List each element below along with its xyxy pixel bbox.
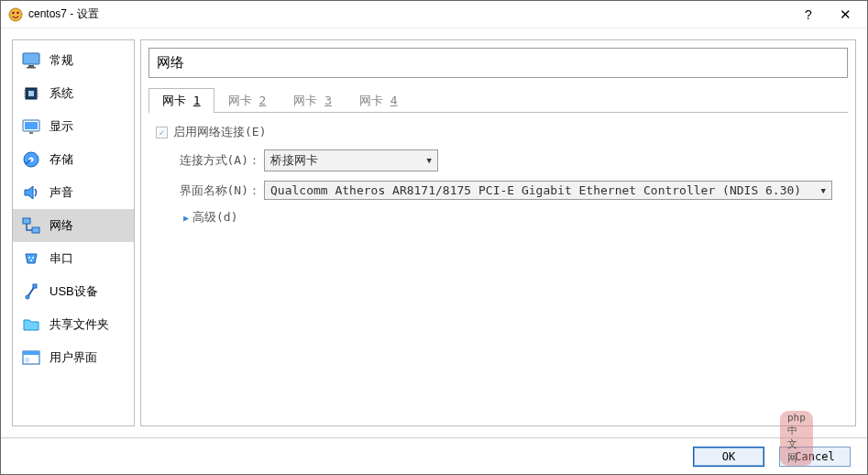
sidebar-item-label: USB设备 bbox=[49, 283, 98, 300]
display-icon bbox=[22, 118, 40, 135]
svg-rect-7 bbox=[28, 91, 34, 96]
sidebar-item-label: 存储 bbox=[49, 151, 73, 168]
svg-point-1 bbox=[12, 11, 14, 13]
name-row: 界面名称(N)： Qualcomm Atheros AR8171/8175 PC… bbox=[169, 181, 841, 200]
svg-point-2 bbox=[16, 11, 18, 13]
tab-adapter-2[interactable]: 网卡 2 bbox=[214, 88, 280, 113]
svg-point-22 bbox=[32, 257, 34, 259]
sidebar-item-user-interface[interactable]: 用户界面 bbox=[13, 341, 134, 374]
svg-rect-3 bbox=[23, 53, 39, 64]
svg-rect-19 bbox=[23, 218, 30, 224]
svg-point-24 bbox=[26, 295, 29, 299]
sidebar-item-audio[interactable]: 声音 bbox=[13, 176, 134, 209]
help-button[interactable]: ? bbox=[790, 7, 827, 22]
titlebar: centos7 - 设置 ? ✕ bbox=[1, 1, 867, 28]
sidebar-item-usb[interactable]: USB设备 bbox=[13, 275, 134, 308]
sidebar-item-label: 系统 bbox=[49, 85, 73, 102]
monitor-icon bbox=[22, 52, 40, 69]
name-dropdown[interactable]: Qualcomm Atheros AR8171/8175 PCI-E Gigab… bbox=[264, 181, 832, 200]
adapter-tab-body: ✓ 启用网络连接(E) 连接方式(A)： 桥接网卡 ▼ 界面名称(N)： Qua… bbox=[141, 113, 855, 246]
network-icon bbox=[22, 217, 40, 234]
sidebar-item-label: 网络 bbox=[49, 217, 73, 234]
tab-adapter-4[interactable]: 网卡 4 bbox=[346, 88, 412, 113]
sidebar-item-display[interactable]: 显示 bbox=[13, 110, 134, 143]
chip-icon bbox=[22, 85, 40, 102]
svg-point-21 bbox=[28, 257, 30, 259]
svg-point-0 bbox=[9, 8, 22, 21]
svg-rect-5 bbox=[27, 67, 36, 69]
svg-rect-15 bbox=[25, 122, 38, 129]
enable-adapter-label: 启用网络连接(E) bbox=[173, 124, 266, 140]
chevron-down-icon: ▼ bbox=[427, 156, 432, 165]
svg-rect-25 bbox=[33, 284, 37, 288]
enable-adapter-row: ✓ 启用网络连接(E) bbox=[156, 124, 841, 140]
tab-adapter-1[interactable]: 网卡 1 bbox=[148, 88, 214, 113]
sidebar-item-label: 共享文件夹 bbox=[49, 316, 109, 333]
tab-adapter-3[interactable]: 网卡 3 bbox=[280, 88, 346, 113]
svg-rect-27 bbox=[23, 351, 39, 355]
cancel-button[interactable]: Cancel php中文网 bbox=[779, 447, 851, 467]
folder-icon bbox=[22, 316, 40, 333]
attached-value: 桥接网卡 bbox=[270, 152, 318, 169]
close-button[interactable]: ✕ bbox=[827, 6, 863, 23]
content-panel: 网络 网卡 1 网卡 2 网卡 3 网卡 4 ✓ 启用网络连接(E) 连接方式(… bbox=[140, 39, 856, 426]
name-label: 界面名称(N)： bbox=[169, 182, 260, 199]
sidebar-item-shared-folders[interactable]: 共享文件夹 bbox=[13, 308, 134, 341]
name-value: Qualcomm Atheros AR8171/8175 PCI-E Gigab… bbox=[270, 183, 801, 197]
usb-icon bbox=[22, 283, 40, 300]
sidebar-item-storage[interactable]: 存储 bbox=[13, 143, 134, 176]
svg-rect-4 bbox=[28, 65, 34, 67]
disk-icon bbox=[22, 151, 40, 168]
speaker-icon bbox=[22, 184, 40, 201]
sidebar-item-system[interactable]: 系统 bbox=[13, 77, 134, 110]
sidebar-item-serial[interactable]: 串口 bbox=[13, 242, 134, 275]
advanced-row: ▶ 高级(d) bbox=[156, 209, 841, 226]
svg-point-23 bbox=[30, 260, 32, 261]
serial-icon bbox=[22, 250, 40, 267]
adapter-tabs: 网卡 1 网卡 2 网卡 3 网卡 4 bbox=[148, 87, 848, 113]
attached-dropdown[interactable]: 桥接网卡 ▼ bbox=[264, 149, 438, 171]
sidebar-item-network[interactable]: 网络 bbox=[13, 209, 134, 242]
dialog-footer: OK Cancel php中文网 bbox=[1, 437, 867, 474]
triangle-right-icon: ▶ bbox=[183, 213, 189, 223]
sidebar-item-label: 声音 bbox=[49, 184, 73, 201]
chevron-down-icon: ▼ bbox=[821, 186, 826, 195]
sidebar-item-general[interactable]: 常规 bbox=[13, 44, 134, 77]
svg-rect-16 bbox=[29, 132, 33, 134]
ok-button[interactable]: OK bbox=[693, 447, 764, 467]
attached-row: 连接方式(A)： 桥接网卡 ▼ bbox=[169, 149, 841, 171]
window-title: centos7 - 设置 bbox=[28, 6, 790, 22]
sidebar-item-label: 显示 bbox=[49, 118, 73, 135]
svg-rect-20 bbox=[32, 227, 39, 233]
advanced-label: 高级(d) bbox=[192, 209, 237, 226]
page-title: 网络 bbox=[148, 48, 848, 78]
svg-rect-28 bbox=[25, 358, 29, 362]
sidebar-item-label: 用户界面 bbox=[49, 349, 97, 366]
enable-adapter-checkbox[interactable]: ✓ bbox=[156, 127, 168, 138]
attached-label: 连接方式(A)： bbox=[169, 152, 260, 169]
advanced-toggle[interactable]: ▶ 高级(d) bbox=[183, 209, 238, 226]
ui-icon bbox=[22, 349, 40, 366]
sidebar-item-label: 串口 bbox=[49, 250, 73, 267]
settings-window: centos7 - 设置 ? ✕ 常规 系统 显示 存储 bbox=[0, 0, 868, 475]
category-sidebar: 常规 系统 显示 存储 声音 网络 bbox=[12, 39, 135, 426]
window-body: 常规 系统 显示 存储 声音 网络 bbox=[1, 28, 867, 437]
sidebar-item-label: 常规 bbox=[49, 52, 73, 69]
app-icon bbox=[8, 7, 23, 22]
